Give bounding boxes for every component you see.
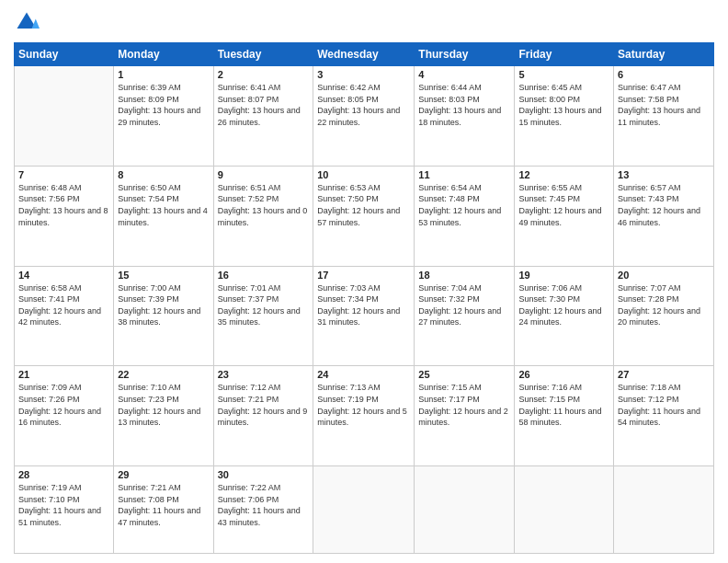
calendar-cell: 13Sunrise: 6:57 AMSunset: 7:43 PMDayligh… [614,166,714,266]
day-number: 17 [317,270,410,281]
calendar-cell: 30Sunrise: 7:22 AMSunset: 7:06 PMDayligh… [213,466,313,554]
weekday-thursday: Thursday [415,43,515,66]
calendar-week-4: 21Sunrise: 7:09 AMSunset: 7:26 PMDayligh… [15,366,714,466]
weekday-sunday: Sunday [15,43,114,66]
day-number: 9 [218,169,310,180]
day-number: 19 [518,270,609,281]
calendar-cell: 24Sunrise: 7:13 AMSunset: 7:19 PMDayligh… [313,366,415,466]
day-number: 12 [518,169,609,180]
calendar-cell: 19Sunrise: 7:06 AMSunset: 7:30 PMDayligh… [515,266,614,366]
calendar-cell: 26Sunrise: 7:16 AMSunset: 7:15 PMDayligh… [515,366,614,466]
calendar-cell: 10Sunrise: 6:53 AMSunset: 7:50 PMDayligh… [313,166,415,266]
page: SundayMondayTuesdayWednesdayThursdayFrid… [0,0,728,563]
day-number: 3 [317,69,410,80]
weekday-wednesday: Wednesday [313,43,415,66]
day-info: Sunrise: 7:15 AMSunset: 7:17 PMDaylight:… [418,382,510,428]
day-info: Sunrise: 6:55 AMSunset: 7:45 PMDaylight:… [518,182,609,228]
calendar-cell: 18Sunrise: 7:04 AMSunset: 7:32 PMDayligh… [415,266,515,366]
calendar-cell: 9Sunrise: 6:51 AMSunset: 7:52 PMDaylight… [213,166,313,266]
day-info: Sunrise: 7:18 AMSunset: 7:12 PMDaylight:… [618,382,710,428]
day-number: 6 [618,69,710,80]
calendar-cell [15,66,114,167]
calendar-cell: 2Sunrise: 6:41 AMSunset: 8:07 PMDaylight… [213,66,313,167]
day-info: Sunrise: 6:58 AMSunset: 7:41 PMDaylight:… [18,282,109,328]
day-number: 24 [317,369,410,380]
calendar-cell: 21Sunrise: 7:09 AMSunset: 7:26 PMDayligh… [15,366,114,466]
weekday-friday: Friday [515,43,614,66]
day-number: 1 [118,69,209,80]
calendar-cell: 23Sunrise: 7:12 AMSunset: 7:21 PMDayligh… [213,366,313,466]
day-info: Sunrise: 7:00 AMSunset: 7:39 PMDaylight:… [118,282,209,328]
logo [14,9,43,35]
day-info: Sunrise: 6:44 AMSunset: 8:03 PMDaylight:… [418,82,510,128]
day-info: Sunrise: 7:10 AMSunset: 7:23 PMDaylight:… [118,382,209,428]
day-info: Sunrise: 7:09 AMSunset: 7:26 PMDaylight:… [18,382,109,428]
day-info: Sunrise: 7:19 AMSunset: 7:10 PMDaylight:… [18,482,109,528]
calendar-cell: 28Sunrise: 7:19 AMSunset: 7:10 PMDayligh… [15,466,114,554]
calendar-cell: 25Sunrise: 7:15 AMSunset: 7:17 PMDayligh… [415,366,515,466]
calendar-cell: 5Sunrise: 6:45 AMSunset: 8:00 PMDaylight… [515,66,614,167]
header [14,9,714,35]
calendar-week-5: 28Sunrise: 7:19 AMSunset: 7:10 PMDayligh… [15,466,714,554]
calendar-week-3: 14Sunrise: 6:58 AMSunset: 7:41 PMDayligh… [15,266,714,366]
day-number: 28 [18,469,109,480]
day-number: 20 [618,270,710,281]
day-info: Sunrise: 6:50 AMSunset: 7:54 PMDaylight:… [118,182,209,228]
calendar-cell [515,466,614,554]
day-info: Sunrise: 6:45 AMSunset: 8:00 PMDaylight:… [518,82,609,128]
day-info: Sunrise: 7:06 AMSunset: 7:30 PMDaylight:… [518,282,609,328]
day-number: 2 [218,69,310,80]
day-info: Sunrise: 6:39 AMSunset: 8:09 PMDaylight:… [118,82,209,128]
day-number: 30 [218,469,310,480]
weekday-tuesday: Tuesday [213,43,313,66]
calendar-body: 1Sunrise: 6:39 AMSunset: 8:09 PMDaylight… [15,66,714,554]
calendar-cell: 22Sunrise: 7:10 AMSunset: 7:23 PMDayligh… [114,366,213,466]
day-info: Sunrise: 6:42 AMSunset: 8:05 PMDaylight:… [317,82,410,128]
day-number: 27 [618,369,710,380]
calendar-cell: 1Sunrise: 6:39 AMSunset: 8:09 PMDaylight… [114,66,213,167]
day-number: 18 [418,270,510,281]
day-info: Sunrise: 7:07 AMSunset: 7:28 PMDaylight:… [618,282,710,328]
day-info: Sunrise: 7:13 AMSunset: 7:19 PMDaylight:… [317,382,410,428]
weekday-header: SundayMondayTuesdayWednesdayThursdayFrid… [15,43,714,66]
calendar-cell [313,466,415,554]
day-info: Sunrise: 7:22 AMSunset: 7:06 PMDaylight:… [218,482,310,528]
day-number: 14 [18,270,109,281]
day-info: Sunrise: 6:53 AMSunset: 7:50 PMDaylight:… [317,182,410,228]
day-number: 29 [118,469,209,480]
calendar-cell: 15Sunrise: 7:00 AMSunset: 7:39 PMDayligh… [114,266,213,366]
calendar-cell [614,466,714,554]
day-number: 13 [618,169,710,180]
calendar-cell: 14Sunrise: 6:58 AMSunset: 7:41 PMDayligh… [15,266,114,366]
calendar-cell: 3Sunrise: 6:42 AMSunset: 8:05 PMDaylight… [313,66,415,167]
calendar-cell: 29Sunrise: 7:21 AMSunset: 7:08 PMDayligh… [114,466,213,554]
day-info: Sunrise: 6:57 AMSunset: 7:43 PMDaylight:… [618,182,710,228]
calendar-cell: 27Sunrise: 7:18 AMSunset: 7:12 PMDayligh… [614,366,714,466]
day-number: 11 [418,169,510,180]
day-info: Sunrise: 6:47 AMSunset: 7:58 PMDaylight:… [618,82,710,128]
day-number: 21 [18,369,109,380]
day-info: Sunrise: 6:41 AMSunset: 8:07 PMDaylight:… [218,82,310,128]
calendar-cell: 16Sunrise: 7:01 AMSunset: 7:37 PMDayligh… [213,266,313,366]
calendar-cell: 4Sunrise: 6:44 AMSunset: 8:03 PMDaylight… [415,66,515,167]
day-number: 8 [118,169,209,180]
calendar-cell: 17Sunrise: 7:03 AMSunset: 7:34 PMDayligh… [313,266,415,366]
day-number: 23 [218,369,310,380]
day-number: 5 [518,69,609,80]
day-number: 25 [418,369,510,380]
day-info: Sunrise: 7:03 AMSunset: 7:34 PMDaylight:… [317,282,410,328]
day-info: Sunrise: 7:01 AMSunset: 7:37 PMDaylight:… [218,282,310,328]
day-number: 26 [518,369,609,380]
calendar-week-2: 7Sunrise: 6:48 AMSunset: 7:56 PMDaylight… [15,166,714,266]
day-info: Sunrise: 6:48 AMSunset: 7:56 PMDaylight:… [18,182,109,228]
day-number: 10 [317,169,410,180]
day-info: Sunrise: 7:04 AMSunset: 7:32 PMDaylight:… [418,282,510,328]
calendar-cell [415,466,515,554]
calendar-cell: 20Sunrise: 7:07 AMSunset: 7:28 PMDayligh… [614,266,714,366]
calendar-cell: 7Sunrise: 6:48 AMSunset: 7:56 PMDaylight… [15,166,114,266]
weekday-monday: Monday [114,43,213,66]
day-info: Sunrise: 6:51 AMSunset: 7:52 PMDaylight:… [218,182,310,228]
logo-icon [14,9,40,35]
weekday-saturday: Saturday [614,43,714,66]
day-number: 16 [218,270,310,281]
